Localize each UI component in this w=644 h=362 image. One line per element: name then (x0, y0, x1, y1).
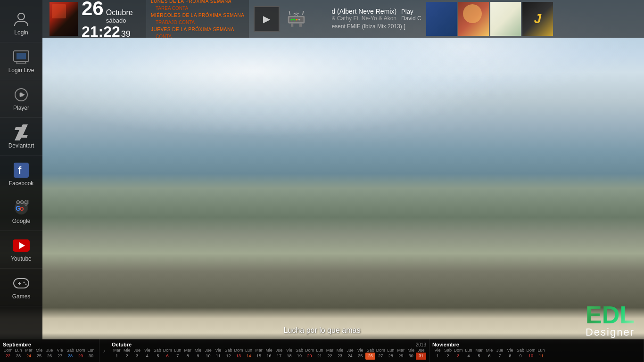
svg-point-19 (25, 283, 27, 285)
oct-day-15[interactable]: 15 (254, 353, 264, 359)
sidebar-item-deviantart[interactable]: Deviantart (0, 118, 42, 156)
oct-day-28[interactable]: 28 (386, 353, 396, 359)
cal-day[interactable]: 24 (24, 353, 34, 359)
network-widget (249, 0, 324, 38)
album-thumb-4[interactable]: J (522, 2, 553, 36)
sidebar-item-facebook[interactable]: f Facebook (0, 156, 42, 193)
quote-text: Lucha por lo que amas (284, 326, 361, 335)
svg-point-27 (298, 18, 300, 20)
sidebar-item-youtube[interactable]: Youtube (0, 231, 42, 269)
cal-day[interactable]: 27 (55, 353, 65, 359)
cal-day[interactable]: 25 (34, 353, 44, 359)
album-thumb-3[interactable] (490, 2, 521, 36)
oct-day-20[interactable]: 20 (305, 353, 315, 359)
sidebar-item-google[interactable]: G o oogle Google (0, 193, 42, 231)
sidebar-item-player[interactable]: Player (0, 80, 42, 118)
oct-day-1[interactable]: 1 (112, 353, 122, 359)
calendar-nav-arrow[interactable]: › (99, 339, 109, 362)
oct-day-8[interactable]: 8 (183, 353, 193, 359)
live-icon (12, 49, 31, 65)
oct-day-29[interactable]: 29 (396, 353, 406, 359)
nov-day-8[interactable]: 8 (505, 353, 515, 359)
cal-day[interactable]: 29 (75, 353, 86, 359)
nov-day-3[interactable]: 3 (453, 353, 463, 359)
google-icon: G o oogle (12, 199, 31, 216)
calendar-octubre: Octubre 2013 Mar Mie Jue Vie Sab Dom Lun… (109, 339, 429, 362)
oct-day-25[interactable]: 25 (355, 353, 365, 359)
clock-time: 21:22 (82, 24, 120, 39)
svg-rect-28 (291, 23, 293, 26)
nov-day-11[interactable]: 11 (536, 353, 546, 359)
nov-day-7[interactable]: 7 (495, 353, 505, 359)
svg-text:f: f (18, 165, 22, 176)
nov-day-6[interactable]: 6 (484, 353, 495, 359)
person-icon (12, 11, 31, 27)
oct-day-18[interactable]: 18 (284, 353, 295, 359)
sidebar-label-google: Google (12, 218, 31, 224)
play-button[interactable] (254, 6, 280, 32)
sep-days-header: Dom Lun Mar Mie Jue Vie Sab Dom Lun (3, 348, 96, 353)
svg-point-18 (24, 281, 25, 283)
music-title: d (Albert Neve Remix) (331, 8, 396, 15)
oct-day-10[interactable]: 10 (203, 353, 214, 359)
nov-day-10[interactable]: 10 (526, 353, 536, 359)
oct-day-2[interactable]: 2 (122, 353, 132, 359)
oct-day-22[interactable]: 22 (325, 353, 335, 359)
sidebar-item-login-live[interactable]: Login Live (0, 42, 42, 80)
cal-day[interactable]: 28 (65, 353, 75, 359)
oct-days: 1 2 3 4 .5 6 7 8 9 10 11 12 13 14 15 16 … (112, 353, 426, 359)
sidebar-label-player: Player (13, 105, 29, 111)
svg-point-24 (291, 18, 293, 20)
oct-day-17[interactable]: 17 (274, 353, 284, 359)
cal-day[interactable]: 22 (3, 353, 13, 359)
music-artist: & Cathy Ft. Ne-Yo & Akon (331, 15, 396, 22)
oct-day-4[interactable]: 4 (142, 353, 153, 359)
sidebar-label-games: Games (12, 293, 31, 300)
svg-rect-2 (17, 53, 26, 59)
music-info: d (Albert Neve Remix) Play & Cathy Ft. N… (331, 8, 421, 30)
oct-day-30[interactable]: 30 (406, 353, 416, 359)
oct-day-11[interactable]: 11 (213, 353, 223, 359)
oct-day-7[interactable]: 7 (173, 353, 183, 359)
oct-day-3[interactable]: 3 (132, 353, 142, 359)
sidebar-label-login: Login (14, 29, 28, 36)
nov-day-2[interactable]: 2 (443, 353, 453, 359)
album-thumb-2[interactable] (458, 2, 489, 36)
nov-day-4[interactable]: 4 (463, 353, 474, 359)
router-icon (284, 8, 308, 30)
svg-point-26 (296, 18, 298, 20)
nov-day-5[interactable]: 5 (474, 353, 484, 359)
album-thumb-1[interactable] (426, 2, 457, 36)
oct-day-21[interactable]: 21 (314, 353, 325, 359)
edl-text: EDL (586, 304, 635, 326)
oct-day-19[interactable]: 19 (294, 353, 305, 359)
sidebar-item-login[interactable]: Login (0, 5, 42, 42)
oct-day-5[interactable]: .5 (152, 353, 163, 359)
oct-day-27[interactable]: 27 (375, 353, 386, 359)
cal-day[interactable]: 30 (86, 353, 96, 359)
youtube-icon (12, 237, 31, 254)
oct-day-31[interactable]: 31 (416, 353, 426, 359)
cal-day[interactable]: 26 (44, 353, 55, 359)
nov-day-1[interactable]: 1 (432, 353, 443, 359)
sidebar-item-games[interactable]: Games (0, 269, 42, 306)
oct-day-14[interactable]: 14 (244, 353, 254, 359)
music-extra: David C (401, 15, 421, 22)
oct-day-6[interactable]: 6 (163, 353, 173, 359)
oct-day-13[interactable]: 13 (233, 353, 244, 359)
album-art-row: J (426, 2, 553, 36)
sidebar: Login Login Live Player Devianta (0, 0, 42, 339)
nov-days: 1 2 3 4 5 6 7 8 9 10 11 (432, 353, 641, 359)
oct-month-name: Octubre (112, 342, 132, 347)
oct-day-12[interactable]: 12 (223, 353, 234, 359)
oct-day-24[interactable]: 24 (345, 353, 355, 359)
oct-day-26[interactable]: 26 (365, 353, 376, 359)
oct-day-16[interactable]: 16 (264, 353, 274, 359)
designer-text: Designer (586, 326, 635, 338)
cal-day[interactable]: 23 (13, 353, 24, 359)
oct-day-23[interactable]: 23 (335, 353, 345, 359)
tasks-widget: LUNES DE LA PRÓXIMA SEMANA TAREA CONTA M… (146, 0, 249, 38)
oct-day-9[interactable]: 9 (193, 353, 203, 359)
player-icon (12, 86, 31, 103)
nov-day-9[interactable]: 9 (515, 353, 526, 359)
